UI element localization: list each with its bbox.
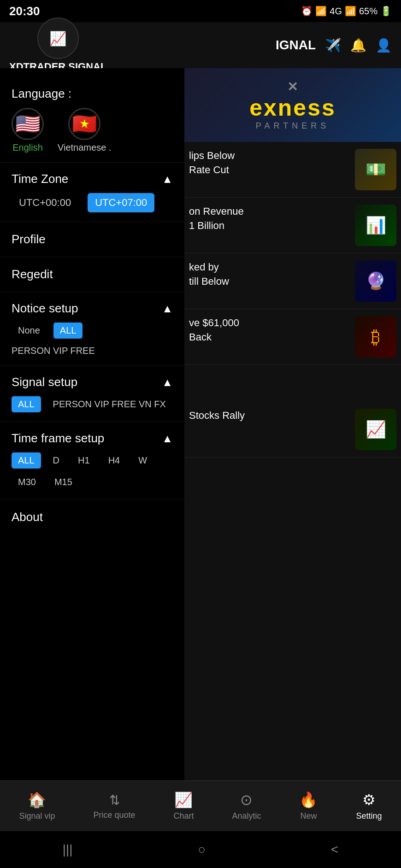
news-item-3[interactable]: ked bytill Below 🔮 [184, 253, 401, 309]
regedit-section[interactable]: Regedit [0, 257, 184, 292]
notice-options: None ALL PERSON VIP FREE [12, 323, 173, 356]
status-time: 20:30 [9, 4, 40, 18]
language-label: Language : [12, 87, 173, 101]
signal-chevron-icon[interactable]: ▲ [162, 376, 173, 389]
news-content-4: ve $61,000Back [189, 316, 350, 358]
nav-new-label: New [300, 811, 317, 821]
timeframe-w-button[interactable]: W [132, 452, 153, 469]
main-content: Language : 🇺🇸 English 🇻🇳 Vietnamese . Ti… [0, 68, 401, 828]
language-option-vietnamese[interactable]: 🇻🇳 Vietnamese . [58, 108, 111, 153]
timeframe-section: Time frame setup ▲ ALL D H1 H4 W M30 M15 [0, 422, 184, 499]
news-title-5: Stocks Rally [189, 409, 350, 423]
timeframe-all-button[interactable]: ALL [12, 452, 41, 469]
header-actions: IGNAL ✈️ 🔔 👤 [276, 38, 392, 53]
flag-vietnamese: 🇻🇳 [68, 108, 100, 140]
news-thumb-3: 🔮 [355, 260, 396, 302]
bottom-nav: 🏠 Signal vip ⇅ Price quote 📈 Chart ⊙ Ana… [0, 780, 401, 831]
news-title-1: lips BelowRate Cut [189, 149, 350, 177]
nav-signal-vip-label: Signal vip [19, 811, 55, 821]
news-content-3: ked bytill Below [189, 260, 350, 302]
timeframe-h4-button[interactable]: H4 [102, 452, 127, 469]
android-home-btn[interactable]: ○ [198, 842, 206, 857]
notice-setup-section: Notice setup ▲ None ALL PERSON VIP FREE [0, 292, 184, 365]
exness-brand: ✕ exness PARTNERS [249, 79, 336, 131]
timeframe-chevron-icon[interactable]: ▲ [162, 432, 173, 445]
news-title-2: on Revenue1 Billion [189, 205, 350, 233]
new-icon: 🔥 [299, 791, 318, 809]
news-item-1[interactable]: lips BelowRate Cut 💵 [184, 142, 401, 198]
news-panel: ✕ exness PARTNERS lips BelowRate Cut 💵 o… [184, 68, 401, 828]
timeframe-title: Time frame setup [12, 431, 104, 446]
battery-text: 65% [359, 6, 377, 17]
setting-icon: ⚙ [362, 791, 376, 809]
analytic-icon: ⊙ [240, 791, 253, 809]
news-content-1: lips BelowRate Cut [189, 149, 350, 190]
timeframe-h1-button[interactable]: H1 [71, 452, 96, 469]
profile-label: Profile [12, 232, 46, 246]
notice-person-text: PERSON VIP FREE [12, 346, 95, 356]
news-item-5[interactable]: Stocks Rally 📈 [184, 402, 401, 457]
signal-person-text: PERSON VIP FREE VN FX [47, 396, 172, 412]
nav-setting-label: Setting [356, 811, 382, 821]
timeframe-m30-button[interactable]: M30 [12, 474, 42, 490]
nav-signal-vip[interactable]: 🏠 Signal vip [12, 787, 62, 825]
timezone-utc7-button[interactable]: UTC+07:00 [88, 193, 154, 212]
price-quote-icon: ⇅ [109, 792, 120, 808]
news-thumb-2: 📊 [355, 205, 396, 246]
timezone-options: UTC+00:00 UTC+07:00 [12, 193, 173, 212]
chart-icon: 📈 [174, 791, 193, 809]
android-back-btn[interactable]: < [331, 842, 338, 857]
news-item-2[interactable]: on Revenue1 Billion 📊 [184, 198, 401, 253]
signal-all-button[interactable]: ALL [12, 396, 41, 412]
bell-icon[interactable]: 🔔 [350, 38, 366, 53]
news-title-3: ked bytill Below [189, 260, 350, 289]
settings-panel: Language : 🇺🇸 English 🇻🇳 Vietnamese . Ti… [0, 68, 184, 828]
news-title-4: ve $61,000Back [189, 316, 350, 345]
about-label: About [12, 510, 43, 524]
notice-none-button[interactable]: None [12, 323, 47, 339]
notice-chevron-icon[interactable]: ▲ [162, 302, 173, 315]
timezone-title: Time Zone [12, 172, 68, 186]
4g-icon: 4G [330, 6, 342, 17]
signal-setup-header: Signal setup ▲ [12, 375, 173, 389]
nav-new[interactable]: 🔥 New [292, 787, 324, 825]
news-content-2: on Revenue1 Billion [189, 205, 350, 246]
profile-section[interactable]: Profile [0, 222, 184, 257]
timeframe-header: Time frame setup ▲ [12, 431, 173, 446]
nav-setting[interactable]: ⚙ Setting [349, 787, 389, 825]
nav-price-quote[interactable]: ⇅ Price quote [86, 789, 142, 824]
app-logo: 📈 [37, 18, 79, 59]
header-logo-section: 📈 XDTRADER SIGNAL [9, 18, 106, 73]
language-option-english[interactable]: 🇺🇸 English [12, 108, 44, 153]
nav-chart[interactable]: 📈 Chart [166, 787, 200, 825]
app-header: 📈 XDTRADER SIGNAL IGNAL ✈️ 🔔 👤 [0, 22, 401, 68]
notice-setup-header: Notice setup ▲ [12, 301, 173, 316]
nav-analytic[interactable]: ⊙ Analytic [225, 787, 268, 825]
timeframe-m15-button[interactable]: M15 [48, 474, 79, 490]
send-icon[interactable]: ✈️ [325, 38, 341, 53]
nav-price-quote-label: Price quote [93, 810, 135, 820]
news-thumb-1: 💵 [355, 149, 396, 190]
language-options: 🇺🇸 English 🇻🇳 Vietnamese . [12, 108, 173, 153]
about-section[interactable]: About [0, 499, 184, 534]
signal-setup-title: Signal setup [12, 375, 77, 389]
notice-all-button[interactable]: ALL [53, 323, 83, 339]
timeframe-d-button[interactable]: D [47, 452, 66, 469]
android-menu-btn[interactable]: ||| [63, 842, 73, 857]
timezone-utc0-button[interactable]: UTC+00:00 [12, 193, 78, 212]
news-spacer [184, 365, 401, 402]
banner: ✕ exness PARTNERS [184, 68, 401, 142]
timeframe-options: ALL D H1 H4 W M30 M15 [12, 452, 173, 490]
ex-logo-symbol: ✕ [249, 79, 336, 94]
news-content-5: Stocks Rally [189, 409, 350, 450]
alarm-icon: ⏰ [301, 6, 313, 17]
nav-analytic-label: Analytic [232, 811, 261, 821]
language-section: Language : 🇺🇸 English 🇻🇳 Vietnamese . [0, 77, 184, 163]
user-icon[interactable]: 👤 [376, 38, 392, 53]
nav-chart-label: Chart [173, 811, 194, 821]
banner-bg: ✕ exness PARTNERS [184, 68, 401, 142]
exness-sub-text: PARTNERS [249, 121, 336, 131]
timezone-chevron-icon[interactable]: ▲ [162, 173, 173, 186]
lang-name-english: English [12, 142, 43, 153]
news-item-4[interactable]: ve $61,000Back ₿ [184, 309, 401, 365]
